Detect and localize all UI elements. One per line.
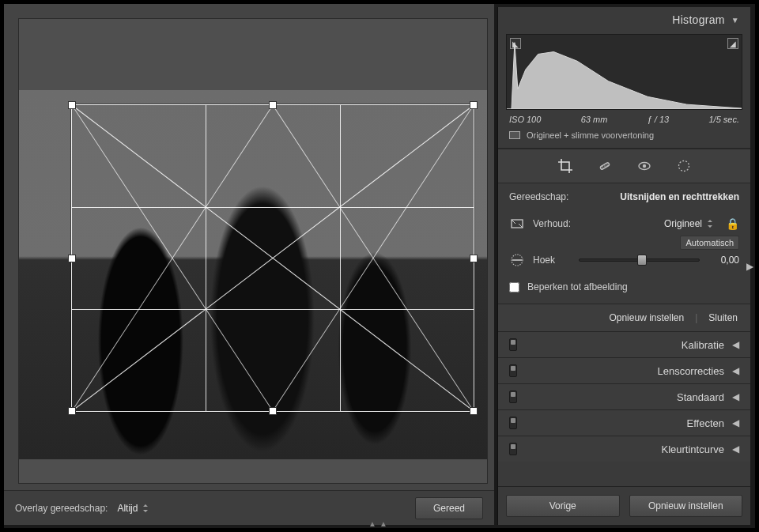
constrain-label: Beperken tot afbeelding <box>527 281 628 292</box>
chevron-left-icon: ◀ <box>732 417 739 428</box>
crop-handle-sw[interactable] <box>68 407 76 415</box>
exif-aperture: ƒ / 13 <box>648 115 670 124</box>
aspect-popup[interactable]: Origineel <box>664 218 713 229</box>
aspect-lock-icon[interactable]: 🔒 <box>726 217 739 230</box>
tool-close-button[interactable]: Sluiten <box>708 312 738 323</box>
tool-strip <box>498 149 750 183</box>
exif-iso: ISO 100 <box>509 115 541 124</box>
histogram-curve <box>507 35 742 109</box>
aspect-row: Verhoud: Origineel 🔒 <box>498 210 750 237</box>
frame-icon <box>509 131 520 139</box>
done-button[interactable]: Gereed <box>415 497 483 519</box>
panel-toggle[interactable] <box>509 391 517 403</box>
crop-grid-overlay <box>72 105 474 411</box>
angle-value[interactable]: 0,00 <box>708 255 739 266</box>
crop-handle-ne[interactable] <box>470 101 478 109</box>
collapse-icon: ▼ <box>731 16 739 25</box>
radial-mask-tool-icon[interactable] <box>675 157 693 175</box>
reset-all-button[interactable]: Opnieuw instellen <box>629 495 743 517</box>
redeye-tool-icon[interactable] <box>636 157 653 175</box>
histogram-panel-header[interactable]: Histogram ▼ <box>498 7 750 31</box>
accordion-effects[interactable]: Effecten ◀ <box>498 409 750 436</box>
accordion-label: Kalibratie <box>682 339 724 351</box>
angle-slider-thumb[interactable] <box>637 255 647 266</box>
tool-name: Uitsnijden en rechttrekken <box>620 191 739 202</box>
preview-mode-row[interactable]: Origineel + slimme voorvertoning <box>498 127 750 149</box>
overlay-mode-popup[interactable]: Altijd <box>117 503 149 514</box>
tool-label: Gereedschap: <box>509 191 568 202</box>
crop-tool-icon[interactable] <box>557 157 574 175</box>
crop-rectangle[interactable] <box>71 104 474 412</box>
crop-handle-e[interactable] <box>470 255 478 262</box>
updown-icon <box>142 504 149 512</box>
crop-handle-nw[interactable] <box>68 101 76 109</box>
constrain-checkbox[interactable] <box>509 282 519 292</box>
crop-handle-w[interactable] <box>68 255 76 262</box>
angle-label: Hoek <box>533 255 571 266</box>
constrain-row[interactable]: Beperken tot afbeelding <box>498 274 750 304</box>
svg-point-11 <box>642 164 645 168</box>
heal-tool-icon[interactable] <box>596 157 614 175</box>
chevron-left-icon: ◀ <box>732 443 739 455</box>
panel-toggle[interactable] <box>509 417 517 429</box>
chevron-left-icon: ◀ <box>732 391 739 402</box>
expand-right-panel-arrow[interactable]: ▶ <box>745 258 755 275</box>
accordion-basic[interactable]: Standaard ◀ <box>498 383 750 409</box>
chevron-left-icon: ◀ <box>732 339 739 350</box>
expand-filmstrip-arrow[interactable]: ▲▲ <box>368 519 391 528</box>
svg-point-9 <box>606 164 608 166</box>
canvas-bottom-bar: Overlay gereedschap: Altijd Gereed <box>4 490 494 525</box>
chevron-left-icon: ◀ <box>732 365 739 376</box>
preview-mode-label: Origineel + slimme voorvertoning <box>527 130 654 140</box>
angle-slider[interactable] <box>579 253 700 267</box>
tool-reset-button[interactable]: Opnieuw instellen <box>609 312 684 323</box>
updown-icon <box>707 220 713 228</box>
overlay-tool-label: Overlay gereedschap: <box>15 503 108 514</box>
exif-readout: ISO 100 63 mm ƒ / 13 1/5 sec. <box>498 110 750 127</box>
auto-angle-button[interactable]: Automatisch <box>680 236 739 250</box>
svg-point-8 <box>604 165 606 167</box>
panel-toggle[interactable] <box>509 443 517 455</box>
crop-diagonals <box>72 105 474 411</box>
tool-panel-actions: Opnieuw instellen | Sluiten <box>498 304 750 331</box>
aspect-value: Origineel <box>664 218 702 229</box>
panel-toggle[interactable] <box>509 364 517 377</box>
histogram-display[interactable]: ◣ ◢ <box>506 34 742 110</box>
crop-handle-se[interactable] <box>470 407 478 415</box>
aspect-label: Verhoud: <box>533 218 571 229</box>
histogram-title: Histogram <box>672 13 725 26</box>
aspect-icon <box>509 217 525 231</box>
svg-point-12 <box>678 161 689 172</box>
accordion-lenscorrections[interactable]: Lenscorrecties ◀ <box>498 357 750 383</box>
tool-title-row: Gereedschap: Uitsnijden en rechttrekken <box>498 183 750 210</box>
image-canvas[interactable] <box>19 90 487 459</box>
crop-handle-n[interactable] <box>269 101 277 109</box>
level-icon <box>509 253 525 267</box>
workspace-area <box>4 4 494 490</box>
accordion-label: Effecten <box>687 417 724 429</box>
accordion-label: Kleurtintcurve <box>662 443 724 455</box>
sidebar-footer: Vorige Opnieuw instellen <box>498 486 750 525</box>
crop-handle-s[interactable] <box>269 407 277 415</box>
previous-button[interactable]: Vorige <box>506 495 620 517</box>
exif-shutter: 1/5 sec. <box>708 115 739 124</box>
app-frame: Overlay gereedschap: Altijd Gereed Histo… <box>3 3 756 529</box>
workspace-canvas-wrap <box>18 18 488 484</box>
overlay-mode-value: Altijd <box>117 503 138 514</box>
accordion-tonecurve[interactable]: Kleurtintcurve ◀ <box>498 436 750 462</box>
accordion-label: Lenscorrecties <box>657 365 724 377</box>
svg-point-7 <box>602 166 603 168</box>
accordion-label: Standaard <box>677 391 724 403</box>
panel-toggle[interactable] <box>509 338 517 351</box>
right-sidebar: Histogram ▼ ◣ ◢ ISO 100 63 mm ƒ / 13 1/5… <box>497 7 750 525</box>
exif-focal: 63 mm <box>581 115 608 124</box>
accordion-calibration[interactable]: Kalibratie ◀ <box>498 331 750 357</box>
